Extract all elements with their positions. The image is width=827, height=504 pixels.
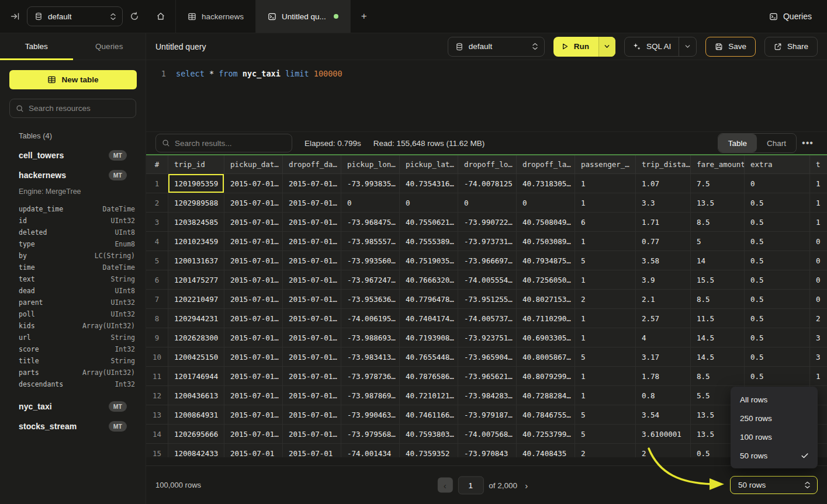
table-cell[interactable]: 1202210497 — [168, 290, 224, 308]
table-cell[interactable]: 40.8079299… — [517, 367, 575, 385]
row-number[interactable]: 5 — [146, 251, 168, 270]
table-cell[interactable]: 40.7288284… — [517, 386, 575, 405]
table-cell[interactable]: 2015-07-01… — [283, 309, 341, 328]
table-cell[interactable]: -73.979568… — [341, 425, 400, 443]
table-cell[interactable]: 0.8 — [636, 386, 691, 405]
table-cell[interactable]: 2015-07-01… — [224, 232, 283, 251]
table-cell[interactable]: 2015-07-01… — [283, 193, 341, 212]
table-cell[interactable]: 1201746944 — [168, 367, 224, 385]
table-row[interactable]: 712022104972015-07-01…2015-07-01…-73.953… — [146, 290, 827, 309]
table-cell[interactable]: 40.7110290… — [517, 309, 575, 328]
table-cell[interactable]: 2015-07-01 — [224, 444, 283, 457]
page-size-option[interactable]: 100 rows — [731, 427, 818, 446]
column-header[interactable]: pickup_lat… — [400, 155, 458, 173]
table-cell[interactable]: 1202628300 — [168, 328, 224, 347]
table-row[interactable]: 1112017469442015-07-01…2015-07-01…-73.97… — [146, 367, 827, 386]
table-cell[interactable]: -73.990463… — [341, 405, 400, 424]
table-cell[interactable]: 40.7354316… — [400, 174, 458, 193]
table-cell[interactable]: -73.970843 — [458, 444, 517, 457]
table-cell[interactable]: 3.9 — [636, 270, 691, 289]
table-cell[interactable]: 3.58 — [636, 251, 691, 270]
column-header[interactable]: extra — [745, 155, 810, 173]
table-cell[interactable]: -74.007568… — [458, 425, 517, 443]
table-cell[interactable]: 1 — [575, 367, 636, 385]
table-cell[interactable]: 2.57 — [636, 309, 691, 328]
database-selector[interactable]: default — [27, 6, 123, 26]
table-cell[interactable]: 40.7508049… — [517, 213, 575, 231]
table-cell[interactable]: -73.966697… — [458, 251, 517, 270]
run-button-main[interactable]: Run — [553, 37, 598, 57]
column-header[interactable]: dropoff_la… — [517, 155, 575, 173]
table-cell[interactable]: 2015-07-01… — [224, 425, 283, 443]
sidebar-table-item[interactable]: cell_towersMT — [0, 145, 146, 165]
table-cell[interactable]: 1201023459 — [168, 232, 224, 251]
table-cell[interactable]: 3 — [810, 347, 827, 366]
table-cell[interactable]: 40.7404174… — [400, 309, 458, 328]
row-number[interactable]: 6 — [146, 270, 168, 289]
table-cell[interactable]: 0.5 — [745, 213, 810, 231]
table-cell[interactable]: 1 — [575, 386, 636, 405]
table-cell[interactable]: 1.78 — [636, 367, 691, 385]
table-cell[interactable]: -73.953636… — [341, 290, 400, 308]
column-header[interactable]: fare_amount — [691, 155, 745, 173]
refresh-icon[interactable] — [130, 12, 139, 21]
row-number[interactable]: 7 — [146, 290, 168, 308]
table-cell[interactable]: 15.5 — [691, 270, 745, 289]
table-cell[interactable]: 1 — [575, 328, 636, 347]
table-cell[interactable]: 2015-07-01… — [283, 251, 341, 270]
table-row[interactable]: 1312008649312015-07-01…2015-07-01…-73.99… — [146, 405, 827, 425]
tab-untitled-query[interactable]: Untitled qu... — [256, 0, 351, 33]
table-cell[interactable]: -74.005554… — [458, 270, 517, 289]
table-cell[interactable]: 1 — [810, 213, 827, 231]
results-search[interactable] — [155, 134, 292, 152]
table-cell[interactable]: 0 — [458, 193, 517, 212]
column-header[interactable]: trip_id — [168, 155, 224, 173]
column-header[interactable]: dropoff_da… — [283, 155, 341, 173]
table-cell[interactable]: 1.07 — [636, 174, 691, 193]
table-cell[interactable]: 1 — [575, 232, 636, 251]
collapse-sidebar-icon[interactable] — [11, 12, 20, 21]
view-toggle-table[interactable]: Table — [718, 134, 757, 152]
table-cell[interactable]: 14.5 — [691, 328, 745, 347]
table-row[interactable]: 1412026956662015-07-01…2015-07-01…-73.97… — [146, 425, 827, 444]
table-cell[interactable]: 5 — [575, 425, 636, 443]
table-row[interactable]: 312038245852015-07-01…2015-07-01…-73.968… — [146, 213, 827, 232]
table-cell[interactable]: 0 — [517, 193, 575, 212]
column-header[interactable]: pickup_dat… — [224, 155, 283, 173]
table-cell[interactable]: 2015-07-01… — [283, 347, 341, 366]
table-cell[interactable]: 40.7593803… — [400, 425, 458, 443]
page-number-input[interactable] — [458, 476, 483, 494]
view-toggle-chart[interactable]: Chart — [757, 134, 796, 152]
table-cell[interactable]: 5 — [575, 251, 636, 270]
sidebar-table-item[interactable]: stocks_streamMT — [0, 416, 146, 436]
table-cell[interactable]: 8.5 — [691, 367, 745, 385]
table-cell[interactable]: 2015-07-01… — [224, 174, 283, 193]
new-table-button[interactable]: New table — [9, 70, 137, 89]
table-cell[interactable]: 2015-07-01… — [283, 425, 341, 443]
table-cell[interactable]: 2015-07-01… — [224, 347, 283, 366]
table-cell[interactable]: 2015-07-01… — [224, 367, 283, 385]
table-cell[interactable]: 1200842433 — [168, 444, 224, 457]
table-cell[interactable]: 13.5 — [691, 193, 745, 212]
table-cell[interactable]: -73.987869… — [341, 386, 400, 405]
row-number[interactable]: 2 — [146, 193, 168, 212]
table-cell[interactable]: 40.7876586… — [400, 367, 458, 385]
table-cell[interactable]: 1201905359 — [168, 174, 224, 193]
resource-search-input[interactable] — [29, 104, 132, 113]
row-number[interactable]: 4 — [146, 232, 168, 251]
table-cell[interactable]: 40.7256050… — [517, 270, 575, 289]
table-cell[interactable]: 2015-07-01… — [283, 270, 341, 289]
table-cell[interactable]: 2 — [575, 444, 636, 457]
table-row[interactable]: 1012004251502015-07-01…2015-07-01…-73.98… — [146, 347, 827, 367]
table-cell[interactable]: 2.1 — [636, 290, 691, 308]
table-cell[interactable]: 40.7408435 — [517, 444, 575, 457]
table-cell[interactable]: 5 — [691, 232, 745, 251]
table-cell[interactable]: 2015-07-01… — [283, 213, 341, 231]
table-cell[interactable]: -74.005737… — [458, 309, 517, 328]
table-cell[interactable]: 40.7461166… — [400, 405, 458, 424]
table-cell[interactable]: 1.71 — [636, 213, 691, 231]
table-cell[interactable]: -74.001434 — [341, 444, 400, 457]
page-size-option[interactable]: 250 rows — [731, 409, 818, 427]
table-cell[interactable]: -73.965621… — [458, 367, 517, 385]
table-cell[interactable]: -73.923751… — [458, 328, 517, 347]
